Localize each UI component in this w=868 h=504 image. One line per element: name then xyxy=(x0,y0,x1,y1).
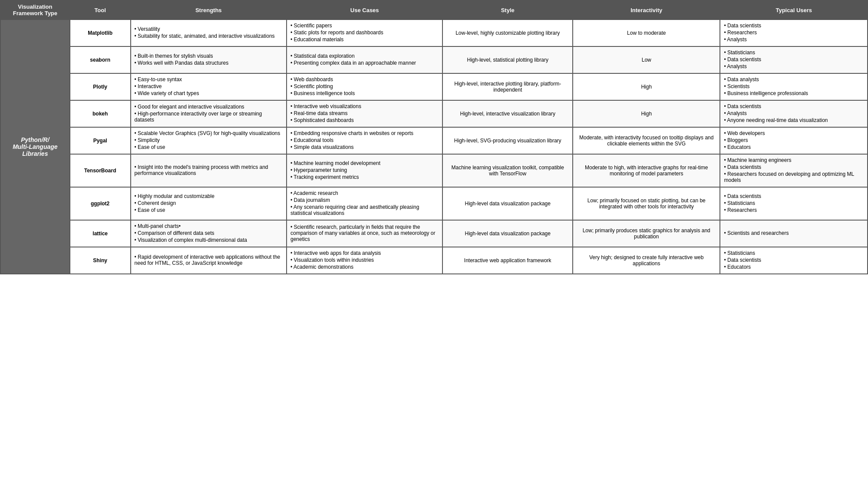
list-item: Ease of use xyxy=(135,207,283,213)
usecases-cell: Interactive web visualizationsReal-time … xyxy=(287,100,442,127)
style-cell: High-level, interactive visualization li… xyxy=(442,100,573,127)
list-item: Educational tools xyxy=(290,137,439,143)
users-cell: Data scientistsResearchersAnalysts xyxy=(720,20,868,46)
list-item: Researchers xyxy=(724,207,864,213)
list-item: Analysts xyxy=(724,110,864,116)
header-style: Style xyxy=(442,0,573,20)
list-item: Coherent design xyxy=(135,200,283,206)
tool-cell: Plotly xyxy=(70,73,131,100)
strengths-cell: VersatilitySuitability for static, anima… xyxy=(131,20,287,46)
list-item: Academic research xyxy=(290,190,439,196)
list-item: Simplicity xyxy=(135,137,283,143)
tool-cell: Shiny xyxy=(70,247,131,274)
usecases-cell: Statistical data explorationPresenting c… xyxy=(287,46,442,73)
interactivity-cell: Low xyxy=(573,46,720,73)
list-item: Data scientists xyxy=(724,103,864,109)
style-cell: High-level, statistical plotting library xyxy=(442,46,573,73)
list-item: Researchers focused on developing and op… xyxy=(724,171,864,183)
users-cell: Machine learning engineersData scientist… xyxy=(720,154,868,187)
list-item: Highly modular and customizable xyxy=(135,193,283,199)
list-item: Anyone needing real-time data visualizat… xyxy=(724,117,864,123)
list-item: Scientists and researchers xyxy=(724,230,864,236)
list-item: Embedding responsive charts in websites … xyxy=(290,130,439,136)
list-item: Business intelligence tools xyxy=(290,90,439,96)
style-cell: High-level, SVG-producing visualization … xyxy=(442,127,573,154)
interactivity-cell: Very high; designed to create fully inte… xyxy=(573,247,720,274)
list-item: Tracking experiment metrics xyxy=(290,174,439,180)
list-item: Suitability for static, animated, and in… xyxy=(135,33,283,39)
list-item: Built-in themes for stylish visuals xyxy=(135,53,283,59)
header-strengths: Strengths xyxy=(131,0,287,20)
list-item: Simple data visualizations xyxy=(290,144,439,150)
tool-cell: bokeh xyxy=(70,100,131,127)
list-item: Data journalism xyxy=(290,197,439,203)
list-item: High-performance interactivity over larg… xyxy=(135,111,283,123)
list-item: Data scientists xyxy=(724,164,864,170)
strengths-cell: Built-in themes for stylish visualsWorks… xyxy=(131,46,287,73)
list-item: Scientific plotting xyxy=(290,83,439,89)
list-item: Data scientists xyxy=(724,193,864,199)
list-item: Wide variety of chart types xyxy=(135,90,283,96)
interactivity-cell: Low; primarily focused on static plottin… xyxy=(573,187,720,220)
interactivity-cell: Low; primarily produces static graphics … xyxy=(573,220,720,247)
interactivity-cell: Low to moderate xyxy=(573,20,720,46)
style-cell: High-level, interactive plotting library… xyxy=(442,73,573,100)
list-item: Scientific research, particularly in fie… xyxy=(290,224,439,242)
list-item: Machine learning model development xyxy=(290,160,439,166)
usecases-cell: Interactive web apps for data analysisVi… xyxy=(287,247,442,274)
strengths-cell: Highly modular and customizableCoherent … xyxy=(131,187,287,220)
list-item: Statistical data exploration xyxy=(290,53,439,59)
list-item: Web dashboards xyxy=(290,76,439,82)
list-item: Statisticians xyxy=(724,49,864,56)
list-item: Easy-to-use syntax xyxy=(135,76,283,82)
list-item: Scientific papers xyxy=(290,23,439,29)
style-cell: High-level data visualization package xyxy=(442,220,573,247)
list-item: Good for elegant and interactive visuali… xyxy=(135,104,283,110)
style-cell: Interactive web application framework xyxy=(442,247,573,274)
list-item: Interactive web apps for data analysis xyxy=(290,250,439,256)
list-item: Hyperparameter tuning xyxy=(290,167,439,173)
header-interactivity: Interactivity xyxy=(573,0,720,20)
users-cell: Scientists and researchers xyxy=(720,220,868,247)
list-item: Versatility xyxy=(135,26,283,32)
list-item: Sophisticated dashboards xyxy=(290,117,439,123)
list-item: Scientists xyxy=(724,83,864,89)
strengths-cell: Rapid development of interactive web app… xyxy=(131,247,287,274)
list-item: Data scientists xyxy=(724,23,864,29)
users-cell: StatisticiansData scientistsAnalysts xyxy=(720,46,868,73)
usecases-cell: Scientific papersStatic plots for report… xyxy=(287,20,442,46)
list-item: Analysts xyxy=(724,36,864,43)
list-item: Data analysts xyxy=(724,76,864,82)
strengths-cell: Scalable Vector Graphics (SVG) for high-… xyxy=(131,127,287,154)
list-item: Educators xyxy=(724,264,864,270)
tool-cell: ggplot2 xyxy=(70,187,131,220)
list-item: Rapid development of interactive web app… xyxy=(135,254,283,266)
list-item: Visualization tools within industries xyxy=(290,257,439,263)
strengths-cell: Insight into the model's training proces… xyxy=(131,154,287,187)
usecases-cell: Web dashboardsScientific plottingBusines… xyxy=(287,73,442,100)
tool-cell: TensorBoard xyxy=(70,154,131,187)
list-item: Analysts xyxy=(724,63,864,69)
interactivity-cell: High xyxy=(573,100,720,127)
list-item: Researchers xyxy=(724,30,864,36)
list-item: Data scientists xyxy=(724,56,864,63)
list-item: Statisticians xyxy=(724,250,864,256)
list-item: Multi-panel charts• xyxy=(135,223,283,229)
type-cell: Python/R/ Multi-Language Libraries xyxy=(0,20,70,274)
header-usecases: Use Cases xyxy=(287,0,442,20)
list-item: Interactive xyxy=(135,83,283,89)
list-item: Data scientists xyxy=(724,257,864,263)
interactivity-cell: Moderate, with interactivity focused on … xyxy=(573,127,720,154)
list-item: Web developers xyxy=(724,130,864,136)
usecases-cell: Academic researchData journalismAny scen… xyxy=(287,187,442,220)
header-type: Visualization Framework Type xyxy=(0,0,70,20)
strengths-cell: Multi-panel charts•Comparison of differe… xyxy=(131,220,287,247)
list-item: Business intelligence professionals xyxy=(724,90,864,96)
header-tool: Tool xyxy=(70,0,131,20)
list-item: Statisticians xyxy=(724,200,864,206)
tool-cell: Matplotlib xyxy=(70,20,131,46)
list-item: Scalable Vector Graphics (SVG) for high-… xyxy=(135,130,283,136)
strengths-cell: Good for elegant and interactive visuali… xyxy=(131,100,287,127)
users-cell: StatisticiansData scientistsEducators xyxy=(720,247,868,274)
list-item: Comparison of different data sets xyxy=(135,230,283,236)
